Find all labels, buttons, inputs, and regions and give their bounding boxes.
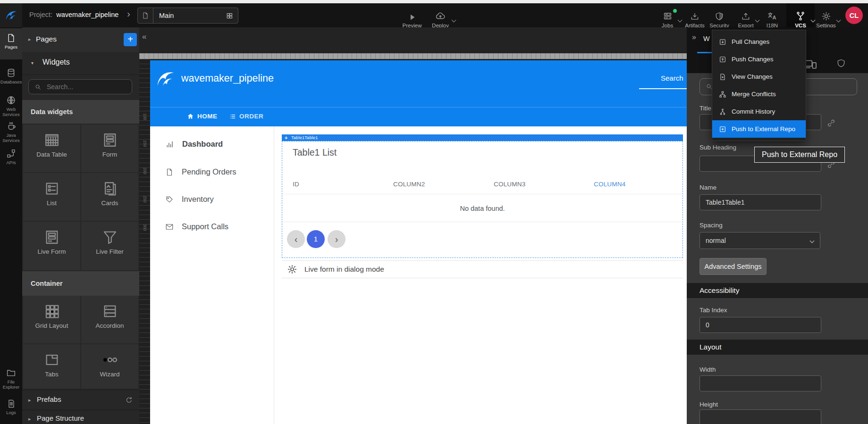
- page-structure-row[interactable]: ▸ Page Structure: [22, 411, 139, 424]
- breadcrumb-chevron-icon[interactable]: ›: [127, 8, 130, 19]
- tab-index-input[interactable]: [699, 317, 821, 333]
- artifacts-button[interactable]: Artifacts: [682, 10, 708, 28]
- play-icon: [408, 13, 416, 21]
- add-page-button[interactable]: +: [124, 33, 137, 46]
- menu-item-support-calls[interactable]: Support Calls: [165, 222, 228, 231]
- column-header-column3[interactable]: COLUMN3: [494, 181, 525, 188]
- menu-item-inventory[interactable]: Inventory: [165, 195, 214, 204]
- widget-search-input[interactable]: [46, 83, 123, 91]
- refresh-icon[interactable]: [125, 396, 133, 404]
- left-rail: Pages Databases Web Services Java Servic…: [0, 27, 22, 424]
- rail-item-logs[interactable]: Logs: [0, 399, 22, 415]
- nav-item-order[interactable]: ORDER: [229, 113, 263, 120]
- pages-caret-icon[interactable]: ▸: [28, 36, 31, 42]
- pagination-prev-button[interactable]: ‹: [287, 230, 305, 248]
- rail-item-web-services[interactable]: Web Services: [0, 95, 22, 117]
- spacing-select[interactable]: normal: [699, 232, 820, 249]
- page-structure-title: Page Structure: [37, 414, 84, 422]
- widget-card-form[interactable]: Form: [81, 125, 138, 172]
- menu-item-push-changes[interactable]: Push Changes: [712, 50, 806, 68]
- menu-item-pending-orders[interactable]: Pending Orders: [165, 167, 236, 176]
- title-bind-link-icon[interactable]: [827, 119, 835, 127]
- app-search-link[interactable]: Search: [661, 74, 683, 82]
- section-container: Container: [22, 271, 139, 296]
- name-label: Name: [699, 184, 716, 191]
- widget-properties-tab[interactable]: W: [703, 35, 710, 42]
- pages-grid-icon[interactable]: [226, 12, 233, 19]
- rail-item-file-explorer[interactable]: File Explorer: [0, 368, 22, 390]
- menu-item-dashboard[interactable]: Dashboard: [165, 140, 223, 149]
- order-list-icon: [229, 113, 236, 120]
- rail-item-apis[interactable]: APIs: [0, 149, 22, 165]
- expand-panel-button[interactable]: »: [692, 33, 696, 42]
- jobs-status-dot: [673, 9, 677, 13]
- rail-label-web2: Services: [0, 112, 22, 117]
- menu-item-push-to-external-repo[interactable]: Push to External Repo: [712, 120, 806, 138]
- rail-label-file2: Explorer: [0, 384, 22, 390]
- ruler-number: 100: [143, 113, 147, 120]
- rail-label-pages: Pages: [0, 44, 22, 50]
- accessibility-title: Accessibility: [699, 286, 739, 294]
- widget-card-grid-layout[interactable]: Grid Layout: [23, 296, 80, 343]
- wavemaker-wave-icon: [4, 8, 18, 23]
- menu-item-commit-history[interactable]: Commit History: [712, 103, 806, 120]
- menu-item-pull-changes[interactable]: Pull Changes: [712, 33, 806, 50]
- column-header-column4[interactable]: COLUMN4: [594, 181, 625, 188]
- menu-item-view-changes[interactable]: View Changes: [712, 68, 806, 85]
- height-input[interactable]: [699, 409, 821, 424]
- deploy-button[interactable]: Deploy: [427, 10, 454, 28]
- folder-icon: [6, 368, 16, 378]
- jobs-button[interactable]: Jobs: [654, 10, 681, 28]
- widget-card-live-filter[interactable]: Live Filter: [81, 222, 138, 270]
- i18n-translate-icon: [767, 11, 777, 21]
- avatar[interactable]: CL: [845, 7, 863, 24]
- move-handle-icon[interactable]: +: [285, 134, 287, 141]
- panel-collapse-button[interactable]: «: [142, 32, 146, 42]
- accessibility-section-header[interactable]: Accessibility: [687, 283, 868, 298]
- layout-section-header[interactable]: Layout: [687, 340, 868, 355]
- menu-item-merge-conflicts[interactable]: Merge Conflicts: [712, 85, 806, 103]
- selected-widget-name: Table1Table1: [291, 134, 318, 141]
- width-input[interactable]: [699, 375, 821, 391]
- live-form-dialog-row[interactable]: Live form in dialog mode: [282, 260, 683, 278]
- pagination-page-1[interactable]: 1: [307, 230, 325, 248]
- vcs-button[interactable]: VCS: [787, 10, 814, 28]
- project-breadcrumb: Project: wavemaker_pipeline: [29, 11, 118, 18]
- pagination-next-button[interactable]: ›: [328, 230, 346, 248]
- widget-card-wizard[interactable]: Wizard: [81, 344, 138, 389]
- preview-button[interactable]: Preview: [399, 10, 425, 28]
- prefabs-row[interactable]: ▸ Prefabs: [22, 390, 139, 410]
- grid-layout-icon: [44, 303, 60, 319]
- widgets-header[interactable]: ▾ Widgets: [22, 52, 139, 75]
- column-header-id[interactable]: ID: [293, 181, 299, 188]
- push-external-repo-icon: [719, 125, 726, 133]
- widget-card-list[interactable]: List: [23, 173, 80, 221]
- widget-selection-label-bar[interactable]: + Table1Table1: [282, 134, 683, 141]
- widget-card-accordion[interactable]: Accordion: [81, 296, 138, 343]
- panel-shield-icon[interactable]: [836, 58, 846, 69]
- nav-item-home[interactable]: HOME: [187, 113, 218, 120]
- pages-panel-title: Pages: [36, 35, 57, 43]
- widget-card-cards[interactable]: Cards: [81, 173, 138, 221]
- widget-search-box[interactable]: [28, 79, 132, 94]
- widget-card-tabs[interactable]: Tabs: [23, 344, 80, 389]
- rail-item-java-services[interactable]: Java Services: [0, 121, 22, 143]
- ruler-number: 250: [143, 196, 147, 202]
- app-logo-wave-icon: [155, 66, 177, 91]
- widget-card-data-table[interactable]: Data Table: [23, 125, 80, 172]
- widget-card-live-form[interactable]: Live Form: [23, 222, 80, 270]
- table-header-divider: [282, 194, 682, 194]
- page-tab[interactable]: Main: [137, 8, 238, 24]
- name-input[interactable]: [699, 194, 821, 210]
- i18n-button[interactable]: I18N: [759, 10, 785, 28]
- security-button[interactable]: Security: [706, 10, 733, 28]
- project-label: Project:: [29, 11, 52, 18]
- deploy-cloud-icon: [435, 11, 446, 21]
- settings-button[interactable]: Settings: [813, 10, 839, 28]
- advanced-settings-button[interactable]: Advanced Settings: [699, 258, 767, 275]
- column-header-column2[interactable]: COLUMN2: [393, 181, 425, 188]
- rail-item-pages[interactable]: Pages: [0, 33, 22, 50]
- wavemaker-logo[interactable]: [0, 3, 22, 27]
- widget-card-label: List: [23, 200, 80, 207]
- rail-item-databases[interactable]: Databases: [0, 68, 22, 84]
